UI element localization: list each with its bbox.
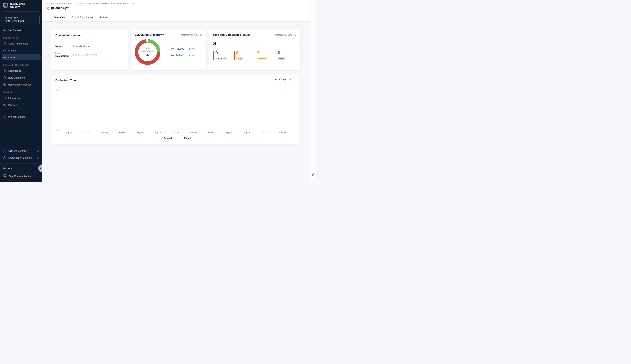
layers-icon: [3, 149, 6, 152]
project-cube-icon: [5, 17, 7, 19]
sidebar-item-get-started[interactable]: Get Started: [2, 27, 41, 33]
failed-dot-icon: [171, 55, 174, 56]
module-grid-icon[interactable]: [37, 4, 40, 7]
svg-text:Sep 06: Sep 06: [154, 132, 161, 134]
app-title-line1: Supply Chain: [10, 2, 35, 6]
project-label: PROJECT: [8, 17, 18, 19]
legend-item-passed: Passed: [158, 137, 172, 140]
legend-unit: rules: [191, 48, 195, 50]
integrations-icon: [3, 96, 6, 100]
sidebar-item-cicd[interactable]: ∞ CI/CD: [2, 54, 41, 60]
sidebar-item-account-settings[interactable]: Account Settings: [2, 148, 41, 154]
legend-item-failed: Failed 3 rules: [171, 54, 195, 57]
pipeline-dag-icon: [46, 6, 50, 10]
sidebar-item-artifacts[interactable]: Artifacts: [2, 48, 41, 54]
sidebar-item-remediation-tracker[interactable]: Remediation Tracker: [2, 82, 41, 88]
gear-icon: [3, 115, 6, 118]
sidebar-item-organization-settings[interactable]: Organization Settings: [2, 154, 41, 161]
donut-total-value: 4: [146, 53, 149, 58]
breadcrumb-separator: ›: [129, 2, 130, 5]
breadcrumb-project[interactable]: Project: SCS Demo Final: [102, 2, 128, 5]
info-icon[interactable]: [37, 150, 39, 152]
sidebar-item-project-settings[interactable]: Project Settings: [2, 114, 41, 120]
help-label: Help: [8, 167, 13, 170]
risk-compliance-issues-card: Risk and Compliance Issues Yesterday at …: [209, 30, 301, 70]
legend-value: 1: [189, 48, 190, 50]
sidebar: Supply Chain Security PROJECT SCS Demo F…: [0, 0, 42, 182]
project-name: SCS Demo Final: [5, 20, 37, 22]
severity-row: 0 CRITICAL 0 HIGH 3 MEDIUM 0: [213, 51, 296, 60]
help-chat-icon: [3, 167, 6, 170]
chevron-down-icon: [289, 78, 292, 80]
severity-value: 0: [278, 51, 297, 55]
last-evaluation-label: Last Evaluation:: [55, 52, 72, 57]
sidebar-nav: Get Started SUPPLY CHAIN Code Repositori…: [0, 27, 42, 163]
pipeline-dag-icon: [72, 45, 75, 48]
name-label: Name:: [55, 45, 72, 48]
breadcrumb: Account: Automation-SSCA › Organization:…: [46, 2, 309, 5]
evaluation-trend-chart: 05Sep 03Sep 04Sep 04Sep 05Sep 05Sep 06Se…: [55, 84, 294, 136]
breadcrumb-cicd[interactable]: CI/CD: [131, 2, 137, 5]
tab-actions[interactable]: Actions: [98, 16, 109, 22]
severity-medium: 3 MEDIUM: [255, 51, 276, 60]
svg-text:Sep 05: Sep 05: [137, 132, 143, 134]
chat-bubbles-icon[interactable]: [311, 172, 315, 176]
legend-item-failed: Failed: [179, 137, 191, 140]
evaluation-breakdown-card: Evaluation Breakdown Yesterday at 7:48 P…: [130, 30, 206, 70]
sidebar-item-help[interactable]: Help: [2, 165, 41, 172]
severity-badge: CRITICAL: [216, 57, 227, 60]
app-logo-row: Supply Chain Security: [0, 0, 42, 10]
sidebar-item-label: Artifacts: [8, 49, 17, 52]
tab-risk-compliance[interactable]: Risk & Compliance: [70, 16, 94, 22]
sidebar-item-label: CI/CD: [8, 56, 15, 59]
donut-center-label: Total evaluations 4: [138, 43, 157, 61]
home-icon: [3, 29, 6, 32]
page-header: Account: Automation-SSCA › Organization:…: [42, 0, 309, 13]
general-information-card: General Information Name: pr-check.yml L…: [51, 30, 128, 70]
sidebar-item-integrations[interactable]: Integrations: [2, 95, 41, 101]
org-chart-icon: [3, 156, 6, 159]
legend-label: Failed: [184, 137, 191, 140]
sidebar-heading-risk-and-compliance: RISK AND COMPLIANCE: [3, 64, 39, 66]
breadcrumb-account[interactable]: Account: Automation-SSCA: [46, 2, 74, 5]
sidebar-heading-supply-chain: SUPPLY CHAIN: [3, 37, 39, 39]
project-meta: PROJECT SCS Demo Final: [5, 17, 37, 22]
card-title: General Information: [55, 34, 124, 36]
breadcrumb-separator: ›: [76, 2, 76, 5]
passed-line-icon: [158, 138, 162, 138]
sidebar-item-rule-definitions[interactable]: Rule Definitions: [2, 74, 41, 81]
last-evaluation-value: Sep 9, 2024 7:48pm: [76, 53, 98, 56]
compliance-doc-icon: [3, 69, 6, 72]
sidebar-item-code-repositories[interactable]: Code Repositories: [2, 40, 41, 47]
collapse-left-arrow-icon: [40, 167, 41, 169]
chevron-right-icon: ›: [37, 18, 38, 21]
artifacts-icon: [3, 49, 6, 52]
card-title: Evaluation Trend: [55, 78, 78, 82]
legend-unit: rules: [191, 54, 195, 56]
breadcrumb-separator: ›: [100, 2, 101, 5]
user-menu[interactable]: TK Teja Kummarikuntla: [2, 173, 41, 180]
project-selector[interactable]: PROJECT SCS Demo Final ›: [3, 15, 40, 24]
name-value: pr-check.yml: [76, 45, 90, 48]
svg-text:0: 0: [57, 129, 59, 131]
supply-chain-security-logo-icon: [3, 2, 9, 8]
info-icon[interactable]: [37, 156, 39, 159]
card-title: Evaluation Breakdown: [135, 33, 164, 36]
tab-overview[interactable]: Overview: [52, 16, 67, 22]
avatar: TK: [3, 174, 7, 178]
tab-bar: Overview Risk & Compliance Actions: [42, 13, 309, 22]
sidebar-item-pipelines[interactable]: Pipelines: [2, 102, 41, 108]
sidebar-item-label: Remediation Tracker: [8, 83, 31, 86]
severity-low: 0 LOW: [276, 51, 297, 60]
sidebar-bottom-section: Help TK Teja Kummarikuntla: [0, 163, 42, 182]
svg-text:Sep 07: Sep 07: [208, 132, 215, 134]
trend-range-select[interactable]: Last 7 Days: [271, 77, 294, 82]
severity-badge: HIGH: [236, 57, 244, 60]
app-title-line2: Security: [10, 6, 35, 8]
pipelines-icon: [3, 104, 6, 106]
evaluation-trend-card: Evaluation Trend Last 7 Days 05Sep 03Sep…: [51, 75, 298, 145]
sidebar-item-compliance[interactable]: Compliance: [2, 68, 41, 74]
severity-badge: LOW: [278, 57, 285, 60]
legend-label: Failed: [176, 54, 189, 57]
breadcrumb-organization[interactable]: Organization: default: [78, 2, 99, 5]
